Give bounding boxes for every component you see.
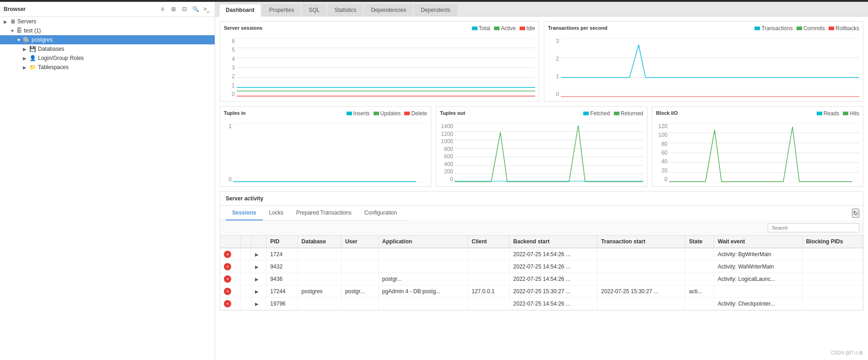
expand-button[interactable]: ▶ (255, 289, 259, 294)
expand-button[interactable]: ▶ (255, 301, 259, 306)
server-sessions-svg (237, 38, 535, 97)
charts-row-1: Server sessions Total Active Idle (220, 21, 863, 102)
tuples-in-legend: Inserts Updates Delete (347, 110, 427, 117)
cell-expand: ▶ (251, 298, 266, 310)
cell-application: postgr... (378, 273, 468, 285)
to-y1200: 1200 (440, 131, 453, 137)
sidebar-item-databases[interactable]: ▶ 💾 Databases (0, 44, 215, 54)
terminate-button[interactable] (224, 288, 231, 295)
ss-y1: 1 (224, 82, 235, 89)
cell-client (468, 248, 510, 261)
col-wait-event: Wait event (714, 236, 802, 248)
sidebar-toolbar: ≡ ⊞ ⊡ 🔍 >_ (158, 5, 211, 14)
refresh-button[interactable]: ↻ (852, 209, 859, 218)
tab-dependencies[interactable]: Dependencies (364, 4, 413, 16)
tps-svg (561, 38, 859, 97)
search-button[interactable]: 🔍 (191, 5, 200, 14)
terminate-button[interactable] (224, 251, 231, 258)
cell-stop (240, 273, 251, 285)
cell-terminate (220, 273, 240, 285)
activity-toolbar (220, 220, 863, 236)
cell-wait-event: Activity: Checkpointer... (714, 298, 802, 310)
col-blocking-pids: Blocking PIDs (802, 236, 863, 248)
tps-y3: 3 (548, 38, 559, 44)
legend-fetched-label: Fetched (590, 110, 610, 117)
filter-button[interactable]: ⊡ (180, 5, 189, 14)
table-row: ▶ 9436 postgr... 2022-07-25 14:54:26 ...… (220, 273, 863, 285)
activity-tab-sessions[interactable]: Sessions (226, 206, 263, 220)
legend-active: Active (494, 25, 516, 32)
tuples-in-svg (233, 123, 427, 183)
sidebar-item-label-login-roles: Login/Group Roles (38, 55, 84, 61)
legend-reads-label: Reads (824, 110, 840, 117)
cell-transaction-start (597, 261, 685, 273)
terminate-button[interactable] (224, 263, 231, 270)
tab-properties[interactable]: Properties (262, 4, 301, 16)
sidebar-item-test[interactable]: ▼ 🗄 test (1) (0, 26, 215, 35)
cell-wait-event: Activity: WalWriterMain (714, 261, 802, 273)
content-area: Server sessions Total Active Idle (215, 16, 868, 360)
cell-terminate (220, 248, 240, 261)
search-input[interactable] (768, 223, 859, 232)
bi-y100: 100 (656, 132, 667, 138)
list-view-button[interactable]: ≡ (158, 5, 167, 14)
legend-fetched-color (583, 112, 589, 115)
block-io-legend: Reads Hits (817, 110, 859, 117)
tab-dashboard[interactable]: Dashboard (219, 4, 261, 16)
cell-terminate (220, 261, 240, 273)
expand-button[interactable]: ▶ (255, 264, 259, 269)
to-y0: 0 (440, 176, 453, 183)
legend-returned-label: Returned (621, 110, 643, 117)
legend-delete-color (404, 112, 410, 115)
legend-idle-color (520, 27, 525, 30)
sidebar-item-servers[interactable]: ▶ 🖥 Servers (0, 17, 215, 26)
sidebar-item-tablespaces[interactable]: ▶ 📁 Tablespaces (0, 63, 215, 72)
tree-arrow-servers: ▶ (4, 19, 10, 24)
activity-tab-configuration[interactable]: Configuration (358, 206, 403, 220)
legend-commits: Commits (797, 25, 825, 32)
ti-y0: 0 (224, 176, 232, 183)
sidebar-title: Browser (4, 6, 26, 12)
terminal-button[interactable]: >_ (202, 5, 211, 14)
activity-tab-prepared-transactions[interactable]: Prepared Transactions (290, 206, 358, 220)
terminate-button[interactable] (224, 300, 231, 307)
legend-active-color (494, 27, 499, 30)
col-transaction-start: Transaction start (597, 236, 685, 248)
legend-active-label: Active (501, 25, 516, 32)
charts-row-2: Tuples in Inserts Updates Delete (220, 106, 863, 187)
expand-button[interactable]: ▶ (255, 252, 259, 257)
activity-tab-locks[interactable]: Locks (263, 206, 290, 220)
cell-transaction-start (597, 273, 685, 285)
block-io-svg (669, 123, 859, 183)
sidebar-item-label-servers: Servers (17, 18, 36, 25)
cell-blocking-pids (802, 273, 863, 285)
to-y200: 200 (440, 168, 453, 175)
cell-client (468, 273, 510, 285)
bi-y120: 120 (656, 123, 667, 129)
col-pid: PID (266, 236, 298, 248)
tps-y1: 1 (548, 73, 559, 80)
tree-arrow-test: ▼ (10, 28, 16, 33)
sidebar-item-label-tablespaces: Tablespaces (38, 64, 69, 70)
cell-state (685, 273, 714, 285)
cell-stop (240, 285, 251, 298)
cell-pid: 17244 (266, 285, 298, 298)
sidebar-item-login-roles[interactable]: ▶ 👤 Login/Group Roles (0, 54, 215, 63)
expand-button[interactable]: ▶ (255, 277, 259, 282)
grid-view-button[interactable]: ⊞ (169, 5, 178, 14)
cell-stop (240, 248, 251, 261)
table-row: ▶ 9432 2022-07-25 14:54:26 ... Activity:… (220, 261, 863, 273)
legend-delete-label: Delete (411, 110, 427, 117)
legend-commits-label: Commits (803, 25, 825, 32)
tab-statistics[interactable]: Statistics (327, 4, 363, 16)
legend-returned: Returned (614, 110, 643, 117)
tab-sql[interactable]: SQL (302, 4, 326, 16)
legend-reads-color (817, 112, 822, 115)
sidebar-item-postgres[interactable]: ▼ 🐘 postgres (0, 35, 215, 44)
legend-total: Total (472, 25, 490, 32)
watermark: CSDN @IT小弟. (831, 350, 864, 356)
cell-user (341, 248, 378, 261)
cell-state (685, 298, 714, 310)
terminate-button[interactable] (224, 275, 231, 283)
tab-dependents[interactable]: Dependents (414, 4, 457, 16)
